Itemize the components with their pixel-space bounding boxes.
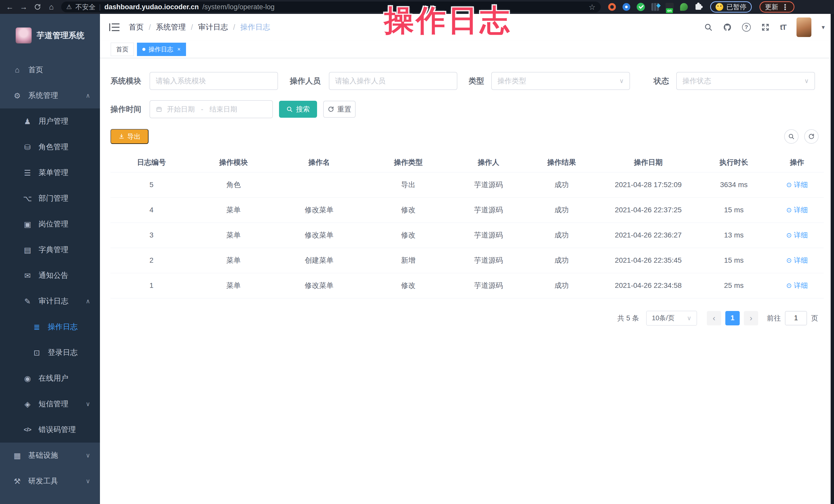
user-avatar[interactable] <box>796 18 811 37</box>
breadcrumb-system[interactable]: 系统管理 <box>156 22 186 32</box>
detail-link[interactable]: ⊙详细 <box>786 205 808 215</box>
profile-paused-button[interactable]: 已暂停 <box>710 1 752 13</box>
col-log-id: 日志编号 <box>110 153 193 172</box>
detail-link[interactable]: ⊙详细 <box>786 231 808 240</box>
sidebar-item-user-mgmt[interactable]: ♟ 用户管理 <box>0 108 100 134</box>
fullscreen-icon[interactable] <box>761 23 770 31</box>
sidebar-item-label: 短信管理 <box>39 399 68 409</box>
goto-page-input[interactable] <box>785 311 807 325</box>
sidebar-item-operate-log[interactable]: ≣ 操作日志 <box>0 314 100 340</box>
tab-operate-log[interactable]: 操作日志 × <box>137 43 186 56</box>
pencil-square-icon: ✎ <box>22 297 34 306</box>
extension-leaf-icon[interactable] <box>679 2 688 12</box>
book-icon: ▤ <box>22 245 34 255</box>
extensions-puzzle-icon[interactable] <box>694 2 703 12</box>
refresh-table-button[interactable] <box>804 129 818 144</box>
help-icon[interactable]: ? <box>742 23 751 31</box>
browser-menu-icon[interactable]: ⋮ <box>781 3 789 12</box>
sidebar-item-home[interactable]: ⌂ 首页 <box>0 57 100 83</box>
sidebar-item-label: 基础设施 <box>28 450 58 461</box>
detail-link[interactable]: ⊙详细 <box>786 256 808 265</box>
address-bar[interactable]: ⚠ 不安全 | dashboard.yudao.iocoder.cn /syst… <box>61 2 601 12</box>
search-icon[interactable] <box>704 23 713 31</box>
extension-ring-icon[interactable] <box>607 2 617 12</box>
search-button-label: 搜索 <box>296 105 310 114</box>
tab-home[interactable]: 首页 <box>111 43 134 56</box>
bookmark-star-icon[interactable]: ☆ <box>589 3 596 12</box>
date-range-picker[interactable]: 开始日期 - 结束日期 <box>150 100 273 118</box>
calendar-icon <box>156 106 162 113</box>
dashboard-icon: ⌂ <box>11 66 23 74</box>
sidebar-item-menu-mgmt[interactable]: ☰ 菜单管理 <box>0 160 100 185</box>
cell-type: 修改 <box>364 197 453 223</box>
close-tab-icon[interactable]: × <box>177 46 181 53</box>
detail-link[interactable]: ⊙详细 <box>786 281 808 290</box>
browser-reload-button[interactable] <box>32 1 43 13</box>
extension-columns-icon[interactable] <box>651 2 660 12</box>
browser-update-button[interactable]: 更新 ⋮ <box>760 1 794 13</box>
cell-log-id: 2 <box>110 248 193 273</box>
sidebar-item-audit-log[interactable]: ✎ 审计日志 ∧ <box>0 288 100 314</box>
login-log-icon: ⊡ <box>31 348 43 357</box>
sidebar-item-label: 用户管理 <box>39 116 68 127</box>
sidebar-item-online-users[interactable]: ◉ 在线用户 <box>0 366 100 391</box>
reset-button[interactable]: 重置 <box>323 101 356 118</box>
font-size-icon[interactable]: tT <box>780 23 786 31</box>
browser-forward-button[interactable]: → <box>18 1 29 13</box>
breadcrumb-audit[interactable]: 审计日志 <box>198 22 228 32</box>
breadcrumb-home[interactable]: 首页 <box>129 22 144 32</box>
type-select[interactable]: 操作类型 ∨ <box>491 72 630 90</box>
avatar-caret-icon[interactable]: ▾ <box>822 24 825 31</box>
cell-log-id: 4 <box>110 197 193 223</box>
sidebar-item-dev-tools[interactable]: ⚒ 研发工具 ∨ <box>0 468 100 494</box>
sidebar-item-dept-mgmt[interactable]: ⌥ 部门管理 <box>0 185 100 211</box>
breadcrumb-separator: / <box>149 23 151 31</box>
filter-type: 类型 操作类型 ∨ <box>469 72 630 90</box>
sidebar-item-role-mgmt[interactable]: ⛁ 角色管理 <box>0 134 100 160</box>
show-search-toggle-button[interactable] <box>784 129 798 144</box>
sidebar-item-error-code[interactable]: </> 错误码管理 <box>0 417 100 443</box>
extension-switch-icon[interactable]: on <box>665 2 674 12</box>
app-title: 芋道管理系统 <box>37 30 85 41</box>
browser-home-button[interactable]: ⌂ <box>46 1 57 13</box>
refresh-icon <box>328 106 334 113</box>
sidebar-item-dict-mgmt[interactable]: ▤ 字典管理 <box>0 237 100 263</box>
app-logo[interactable]: 芋道管理系统 <box>0 14 100 57</box>
cell-result: 成功 <box>524 223 599 248</box>
page-size-select[interactable]: 10条/页 ∨ <box>646 311 697 326</box>
end-date-placeholder[interactable]: 结束日期 <box>210 105 237 114</box>
cell-name: 创建菜单 <box>275 248 364 273</box>
github-icon[interactable] <box>723 23 732 31</box>
shield-icon: ◈ <box>22 400 34 409</box>
detail-link[interactable]: ⊙详细 <box>786 180 808 190</box>
online-icon: ◉ <box>22 374 34 383</box>
cell-result: 成功 <box>524 197 599 223</box>
search-button[interactable]: 搜索 <box>279 101 317 118</box>
status-select[interactable]: 操作状态 ∨ <box>676 72 815 90</box>
collapse-sidebar-icon[interactable] <box>109 23 119 31</box>
prev-page-button[interactable]: ‹ <box>707 311 721 325</box>
sidebar-item-login-log[interactable]: ⊡ 登录日志 <box>0 340 100 366</box>
next-page-button[interactable]: › <box>744 311 758 325</box>
browser-back-button[interactable]: ← <box>4 1 16 13</box>
sidebar-item-sms-mgmt[interactable]: ◈ 短信管理 ∨ <box>0 391 100 417</box>
sidebar-item-infrastructure[interactable]: ▦ 基础设施 ∨ <box>0 443 100 468</box>
breadcrumb-separator: / <box>233 23 235 31</box>
sidebar-item-system-mgmt[interactable]: ⚙ 系统管理 ∧ <box>0 83 100 108</box>
detail-link-label: 详细 <box>794 256 808 265</box>
chevron-down-icon: ∨ <box>804 78 809 85</box>
goto-label: 前往 <box>767 313 781 323</box>
col-type: 操作类型 <box>364 153 453 172</box>
export-button[interactable]: 导出 <box>110 129 149 144</box>
sidebar-item-post-mgmt[interactable]: ▣ 岗位管理 <box>0 211 100 237</box>
start-date-placeholder[interactable]: 开始日期 <box>167 105 195 114</box>
sidebar-menu: ⌂ 首页 ⚙ 系统管理 ∧ ♟ 用户管理 ⛁ 角色管理 ☰ 菜单管理 ⌥ <box>0 57 100 494</box>
extension-check-icon[interactable] <box>636 2 645 12</box>
operator-input[interactable] <box>335 77 451 85</box>
module-input[interactable] <box>156 77 272 85</box>
sidebar-item-notice[interactable]: ✉ 通知公告 <box>0 263 100 288</box>
extension-pin-icon[interactable] <box>622 2 631 12</box>
cell-module: 菜单 <box>193 197 275 223</box>
current-page-button[interactable]: 1 <box>725 311 740 325</box>
filter-operator: 操作人员 <box>290 72 457 90</box>
